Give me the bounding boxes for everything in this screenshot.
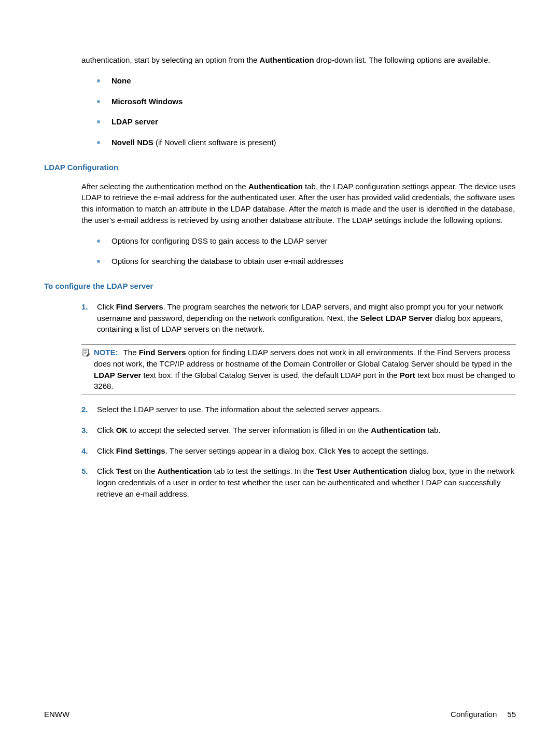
step-4: 4. Click Find Settings. The server setti… [81,445,516,457]
configure-heading: To configure the LDAP server [44,280,516,292]
note-a: The [123,348,139,357]
step-2: 2. Select the LDAP server to use. The in… [81,404,516,415]
ldap-config-heading: LDAP Configuration [44,162,516,173]
list-item: Microsoft Windows [97,96,516,107]
ldap-options-list: Options for configuring DSS to gain acce… [81,235,516,268]
option-none: None [111,76,131,85]
list-item: Options for configuring DSS to gain acce… [97,235,516,247]
footer-section-label: Configuration [451,709,497,720]
ldap-bullet-1: Options for configuring DSS to gain acce… [111,235,516,247]
bullet-icon [97,100,100,103]
bullet-icon [97,260,100,263]
list-item: Options for searching the database to ob… [97,256,516,267]
note-label: NOTE: [94,348,118,357]
step-number: 2. [81,404,97,415]
bullet-icon [97,240,100,243]
ldap-p-b: Authentication [248,182,303,191]
list-item: LDAP server [97,116,516,128]
note-f: Port [400,371,415,379]
step-3: 3. Click OK to accept the selected serve… [81,425,516,436]
ldap-bullet-2: Options for searching the database to ob… [111,256,516,267]
option-ldap: LDAP server [111,117,158,126]
step4-b: Find Settings [116,446,165,455]
step-number: 5. [81,466,97,477]
note-d: LDAP Server [94,371,141,379]
step-number: 3. [81,425,97,436]
option-novell-a: Novell NDS [111,138,153,147]
step5-d: Authentication [157,467,212,475]
step5-f: Test User Authentication [316,467,407,475]
bullet-icon [97,120,100,123]
step2-text: Select the LDAP server to use. The infor… [97,404,516,415]
intro-paragraph: authentication, start by selecting an op… [81,54,516,66]
ldap-config-paragraph: After selecting the authentication metho… [81,181,516,226]
footer-left: ENWW [44,709,69,720]
footer-page-number: 55 [507,709,516,720]
step-5: 5. Click Test on the Authentication tab … [81,466,516,499]
step1-a: Click [97,302,116,311]
bullet-icon [97,79,100,82]
step4-a: Click [97,446,116,455]
intro-text-b: Authentication [260,55,314,64]
step4-e: to accept the settings. [351,446,429,455]
step-number: 4. [81,445,97,457]
option-windows: Microsoft Windows [111,97,183,106]
note-e: text box. If the Global Catalog Server i… [141,371,399,379]
step5-b: Test [116,467,132,475]
step-number: 1. [81,301,97,313]
step4-d: Yes [338,446,351,455]
step5-c: on the [131,467,157,475]
auth-options-list: None Microsoft Windows LDAP server Novel… [81,75,516,148]
page-footer: ENWW Configuration 55 [44,709,516,720]
step5-a: Click [97,467,116,475]
intro-text-c: drop-down list. The following options ar… [314,55,491,64]
list-item: None [97,75,516,87]
note-callout: NOTE:The Find Servers option for finding… [81,344,516,395]
intro-text-a: authentication, start by selecting an op… [81,55,260,64]
step3-c: to accept the selected server. The serve… [128,426,371,434]
step3-d: Authentication [371,426,425,434]
note-icon [81,348,91,357]
list-item: Novell NDS (if Novell client software is… [97,137,516,148]
ldap-p-a: After selecting the authentication metho… [81,182,248,191]
step1-b: Find Servers [116,302,163,311]
step5-e: tab to test the settings. In the [212,467,316,475]
note-b: Find Servers [139,348,186,357]
step4-c: . The server settings appear in a dialog… [165,446,338,455]
step1-d: Select LDAP Server [360,314,433,322]
bullet-icon [97,141,100,144]
option-novell-b: (if Novell client software is present) [153,138,276,147]
step3-a: Click [97,426,116,434]
step-1: 1. Click Find Servers. The program searc… [81,301,516,335]
step3-b: OK [116,426,128,434]
step3-e: tab. [425,426,440,434]
